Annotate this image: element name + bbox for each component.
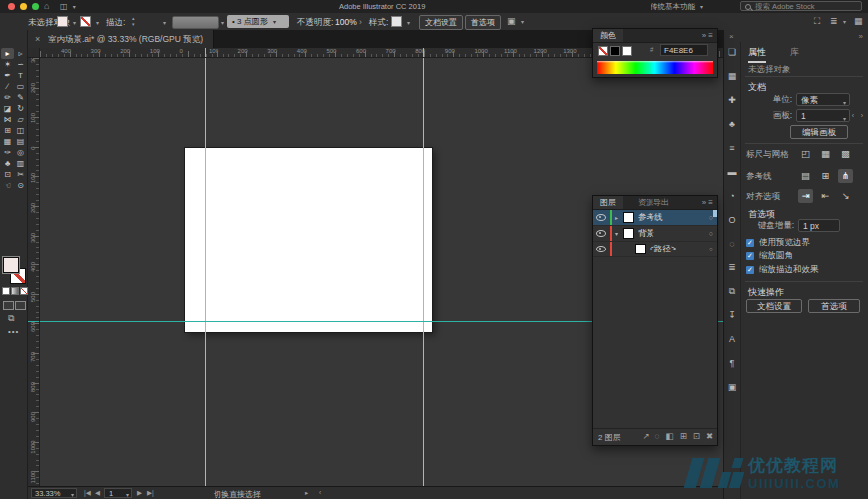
layout-switcher-icon[interactable]: ◫ ▾ <box>60 2 76 11</box>
prev-artboard-icon[interactable]: ‹ <box>852 112 854 119</box>
visibility-eye-icon[interactable] <box>596 230 606 237</box>
collect-for-export-icon[interactable]: ↗ <box>642 431 649 441</box>
preferences-button[interactable]: 首选项 <box>465 15 501 30</box>
arrange-documents-icon[interactable]: ⛶ <box>814 16 820 27</box>
fill-caret-icon[interactable]: ▾ <box>73 19 76 26</box>
unit-select[interactable]: 像素▾ <box>796 93 850 106</box>
guide-options-icon[interactable]: ⋔ <box>838 169 853 183</box>
type-tool[interactable]: T <box>14 70 27 81</box>
vertical-guide[interactable] <box>205 58 206 486</box>
status-popup-icon[interactable]: ▸ <box>305 489 308 497</box>
artboard-nav-select[interactable]: 1▾ <box>104 488 132 498</box>
direct-selection-tool[interactable]: ▹ <box>14 48 27 59</box>
gradient-tool[interactable]: ▤ <box>14 136 27 147</box>
scroll-left-icon[interactable]: ‹ <box>319 489 321 496</box>
tab-asset-export[interactable]: 资源导出 <box>631 196 676 209</box>
gradient-mode-button[interactable] <box>11 287 19 295</box>
show-guides-icon[interactable]: ▤ <box>798 169 813 183</box>
tab-color[interactable]: 颜色 <box>593 29 623 42</box>
next-artboard-icon[interactable]: › <box>861 112 863 119</box>
preference-checkbox[interactable]: ✓缩放描边和效果 <box>746 263 864 277</box>
vertical-guide[interactable] <box>423 58 424 486</box>
edit-toolbar-icon[interactable]: ••• <box>8 327 19 336</box>
minimize-window-button[interactable] <box>20 3 27 10</box>
pathfinder-panel-icon[interactable]: ⧉ <box>725 285 739 298</box>
show-transparency-grid-icon[interactable]: ▩ <box>838 147 853 161</box>
locate-object-icon[interactable]: ◌ <box>655 431 660 441</box>
artboard-select[interactable]: 1▾ <box>796 109 850 122</box>
magic-wand-tool[interactable]: ✶ <box>1 59 14 70</box>
shape-builder-tool[interactable]: ⊞ <box>1 125 14 136</box>
appearance-panel-icon[interactable]: O <box>725 214 739 227</box>
perspective-grid-tool[interactable]: ◫ <box>14 125 27 136</box>
keyboard-increment-input[interactable]: 1 px <box>798 219 840 232</box>
style-caret-icon[interactable]: ▾ <box>407 19 410 26</box>
vertical-ruler[interactable]: 3002001000100200300400500600700800900100… <box>28 58 40 486</box>
width-profile-caret-icon[interactable]: ▾ <box>221 19 224 26</box>
mesh-tool[interactable]: ▦ <box>1 136 14 147</box>
delete-layer-icon[interactable]: ✖ <box>706 431 713 441</box>
maximize-window-button[interactable] <box>32 3 39 10</box>
layer-row[interactable]: <路径>○ <box>593 242 717 257</box>
next-artboard-icon[interactable]: ▶ <box>137 489 142 497</box>
target-circle-icon[interactable]: ○ <box>709 214 713 221</box>
zoom-tool[interactable]: ⊙ <box>14 180 27 191</box>
artboard-tool[interactable]: ⊡ <box>1 169 14 180</box>
grid-options-icon[interactable]: ▦ <box>854 16 863 26</box>
layer-row[interactable]: ▾背景○ <box>593 226 717 242</box>
edit-artboards-button[interactable]: 编辑画板 <box>790 125 848 139</box>
transform-panel-icon[interactable]: ✚ <box>725 94 739 107</box>
new-sublayer-icon[interactable]: ⊞ <box>680 431 687 441</box>
color-spectrum-bar[interactable] <box>597 61 713 74</box>
draw-normal-icon[interactable] <box>3 301 14 310</box>
close-panel-icon[interactable]: × <box>729 32 734 41</box>
snap-to-pixel-icon[interactable]: ⇥ <box>798 189 813 203</box>
show-rulers-icon[interactable]: ◰ <box>798 147 813 161</box>
width-profile-dropdown[interactable] <box>172 16 219 29</box>
width-tool[interactable]: ⋈ <box>1 114 14 125</box>
document-setup-button[interactable]: 文档设置 <box>419 15 463 30</box>
document-icon[interactable]: ❏ <box>725 46 739 59</box>
draw-behind-icon[interactable] <box>15 301 26 310</box>
screen-mode-icon[interactable]: ⧉ <box>8 313 14 324</box>
close-tab-icon[interactable]: × <box>35 30 40 48</box>
slice-tool[interactable]: ✂ <box>14 169 27 180</box>
pen-tool[interactable]: ✒ <box>1 70 14 81</box>
expand-toggle-icon[interactable]: ▾ <box>615 230 623 237</box>
column-graph-tool[interactable]: ▥ <box>14 158 27 169</box>
workspace-switcher[interactable]: 传统基本功能 ▾ <box>651 2 703 12</box>
hand-tool[interactable]: ☜ <box>1 180 14 191</box>
rotate-tool[interactable]: ↻ <box>14 103 27 114</box>
tab-layers[interactable]: 图层 <box>593 196 623 209</box>
target-circle-icon[interactable]: ○ <box>709 246 713 252</box>
free-transform-tool[interactable]: ▱ <box>14 114 27 125</box>
export-panel-icon[interactable]: ↧ <box>725 309 739 322</box>
fill-color-swatch[interactable] <box>57 16 68 27</box>
white-swatch[interactable] <box>622 46 632 56</box>
prev-artboard-icon[interactable]: ◀ <box>95 489 100 497</box>
character-panel-icon[interactable]: A <box>725 333 739 346</box>
tab-properties[interactable]: 属性 <box>748 46 766 63</box>
visibility-eye-icon[interactable] <box>596 214 606 221</box>
artboard[interactable] <box>185 148 432 332</box>
preference-checkbox[interactable]: ✓使用预览边界 <box>746 236 864 250</box>
paragraph-panel-icon[interactable]: ¶ <box>725 357 739 370</box>
stroke-weight-caret-icon[interactable]: ▾ <box>163 19 166 26</box>
none-color-swatch[interactable] <box>598 46 608 56</box>
artboards-panel-icon[interactable]: ▣ <box>725 381 739 394</box>
effects-panel-icon[interactable]: ◌ <box>725 238 739 250</box>
stroke-caret-icon[interactable]: ▾ <box>96 19 99 26</box>
none-mode-button[interactable] <box>20 287 28 295</box>
stroke-weight-stepper[interactable]: ▴▾ <box>132 15 135 27</box>
paintbrush-tool[interactable]: ✏ <box>1 92 14 103</box>
align-panel-icon[interactable]: ≣ <box>725 261 739 274</box>
line-segment-tool[interactable]: ∕ <box>1 81 14 92</box>
quick-action-document-setup-button[interactable]: 文档设置 <box>746 299 802 313</box>
stroke-color-swatch[interactable] <box>80 16 91 27</box>
opacity-popup-icon[interactable]: › <box>359 17 362 27</box>
selection-tool[interactable]: ▸ <box>1 48 14 59</box>
panel-collapse-menu-icons[interactable]: » ≡ <box>702 196 713 209</box>
snap-to-point-icon[interactable]: ⇤ <box>818 189 833 203</box>
opacity-value[interactable]: 100% <box>335 17 357 27</box>
show-grid-icon[interactable]: ▦ <box>818 147 833 161</box>
